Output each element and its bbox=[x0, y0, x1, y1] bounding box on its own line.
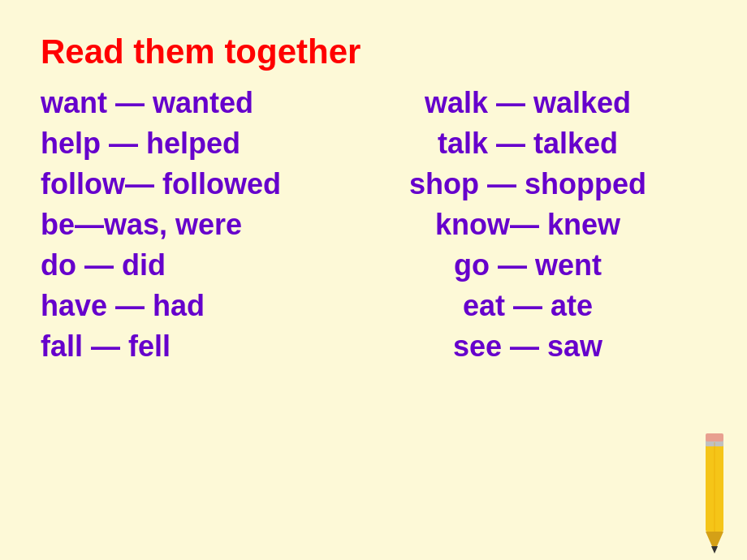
svg-marker-4 bbox=[711, 546, 718, 554]
word-pair-right-2: talk — talked bbox=[374, 127, 706, 161]
page-title: Read them together bbox=[41, 32, 706, 71]
pencil-icon bbox=[686, 430, 743, 560]
word-pair-left-5: do — did bbox=[41, 248, 374, 282]
word-pair-right-6: eat — ate bbox=[374, 289, 706, 323]
main-content: Read them together want — wanted walk — … bbox=[0, 0, 747, 380]
word-pair-right-4: know— knew bbox=[374, 208, 706, 242]
word-pair-left-1: want — wanted bbox=[41, 86, 374, 120]
svg-rect-2 bbox=[706, 433, 723, 442]
word-pair-right-3: shop — shopped bbox=[374, 167, 706, 201]
word-pair-right-5: go — went bbox=[374, 248, 706, 282]
word-pair-left-2: help — helped bbox=[41, 127, 374, 161]
word-pair-left-3: follow— followed bbox=[41, 167, 374, 201]
word-pair-left-6: have — had bbox=[41, 289, 374, 323]
word-pair-right-1: walk — walked bbox=[374, 86, 706, 120]
word-pair-right-7: see — saw bbox=[374, 330, 706, 364]
word-pair-left-4: be—was, were bbox=[41, 208, 374, 242]
word-pair-left-7: fall — fell bbox=[41, 330, 374, 364]
word-grid: want — wanted walk — walked help — helpe… bbox=[41, 86, 706, 364]
